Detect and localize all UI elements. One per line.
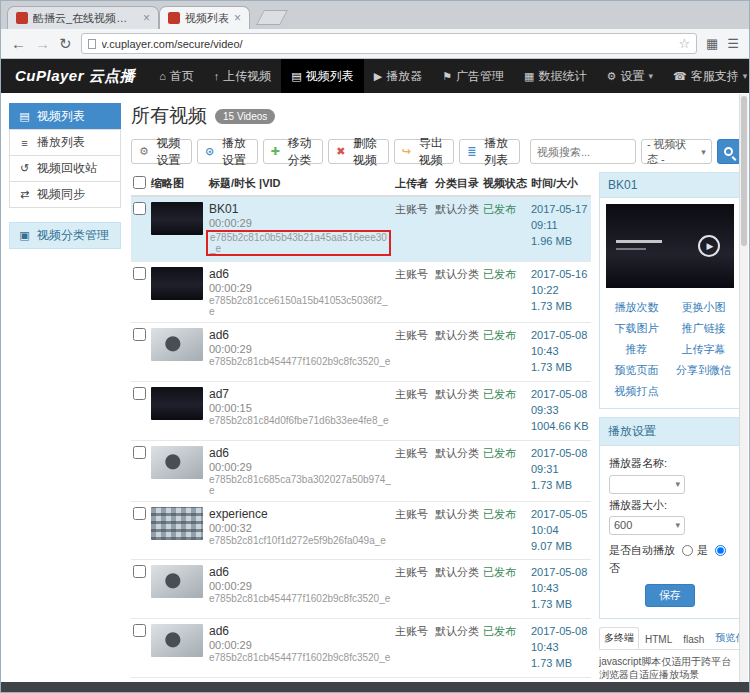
detail-panel: BK01 ▶ 播放次数更换小图下载图片推广链接推荐上传字幕预览页面分享到微信视频…	[599, 172, 741, 684]
link-upload-subtitle[interactable]: 上传字幕	[671, 342, 736, 357]
code-tab-preview-code[interactable]: 预览代码	[710, 627, 741, 649]
video-date: 2017-05-08	[531, 624, 589, 640]
brand-logo[interactable]: CuPlayer 云点播	[1, 59, 149, 93]
sidebar-item-video-recycle[interactable]: ↺视频回收站	[9, 155, 121, 182]
new-tab-button[interactable]	[256, 10, 288, 25]
row-checkbox[interactable]	[133, 267, 146, 280]
sidebar-item-label: 视频同步	[37, 186, 85, 203]
video-thumbnail[interactable]	[151, 565, 203, 598]
code-tab-multi-terminal[interactable]: 多终端	[599, 627, 639, 649]
link-video-marker[interactable]: 视频打点	[604, 384, 669, 399]
video-title[interactable]: ad6	[209, 328, 391, 342]
table-row[interactable]: BK0100:00:29e785b2c81c0b5b43b21a45aa516e…	[131, 196, 591, 262]
video-title[interactable]: experience	[209, 507, 391, 521]
search-button[interactable]	[717, 139, 741, 164]
tab-close-icon[interactable]: ×	[143, 12, 150, 24]
url-bar[interactable]: v.cuplayer.com/secure/video/ ☆	[81, 33, 697, 54]
tab-close-icon[interactable]: ×	[234, 12, 241, 24]
row-checkbox[interactable]	[133, 624, 146, 637]
browser-menu-icon[interactable]: ☰	[727, 36, 739, 51]
video-title[interactable]: ad6	[209, 624, 391, 638]
move-category-icon: ✚	[271, 145, 280, 158]
bookmark-star-icon[interactable]: ☆	[678, 36, 690, 51]
sidebar-item-playlist[interactable]: ≡播放列表	[9, 129, 121, 156]
code-tab-html[interactable]: HTML	[640, 630, 677, 649]
playlist-button[interactable]: ≣播放列表	[459, 139, 520, 164]
play-settings-button[interactable]: ⊙播放设置	[197, 139, 258, 164]
scrollbar-thumb[interactable]	[741, 96, 747, 246]
video-thumbnail[interactable]	[151, 624, 203, 657]
table-row[interactable]: ad600:00:29e785b2c81c685ca73ba302027a50b…	[131, 440, 591, 501]
table-row[interactable]: ad700:00:15e785b2c81c84d0f6fbe71d6b33ee4…	[131, 381, 591, 440]
link-download-image[interactable]: 下载图片	[604, 321, 669, 336]
video-thumbnail[interactable]	[151, 507, 203, 540]
video-settings-button[interactable]: ⚙视频设置	[131, 139, 192, 164]
nav-item-upload-video[interactable]: ↑上传视频	[204, 59, 282, 93]
link-share-wechat[interactable]: 分享到微信	[671, 363, 736, 378]
video-thumbnail[interactable]	[151, 387, 203, 420]
table-row[interactable]: ad600:00:29e785b2c81cb454477f1602b9c8fc3…	[131, 323, 591, 382]
player-size-select[interactable]: 600 ▾	[609, 516, 685, 535]
page-scrollbar[interactable]	[739, 94, 748, 682]
browser-tab-1[interactable]: 酷播云_在线视频全终端 ×	[7, 6, 159, 29]
refresh-icon[interactable]: ↻	[59, 36, 72, 51]
table-row[interactable]: ad600:00:29e785b2c81cce6150a15b41053c503…	[131, 262, 591, 323]
link-play-count[interactable]: 播放次数	[604, 300, 669, 315]
autoplay-yes-radio[interactable]	[682, 545, 693, 556]
video-thumbnail[interactable]	[151, 202, 203, 235]
move-category-button[interactable]: ✚移动分类	[263, 139, 324, 164]
video-date: 2017-05-08	[531, 565, 589, 581]
video-title[interactable]: ad6	[209, 267, 391, 281]
nav-item-player[interactable]: ▶播放器	[364, 59, 432, 93]
support-menu[interactable]: ☎ 客服支持 ▾	[663, 59, 750, 93]
video-thumbnail[interactable]	[151, 267, 203, 300]
video-title[interactable]: ad6	[209, 446, 391, 460]
save-button[interactable]: 保存	[645, 584, 695, 607]
link-recommend[interactable]: 推荐	[604, 342, 669, 357]
back-icon[interactable]: ←	[11, 36, 26, 51]
extensions-icon[interactable]: ▦	[706, 36, 718, 51]
autoplay-no-radio[interactable]	[715, 545, 726, 556]
nav-item-home[interactable]: ⌂首页	[149, 59, 204, 93]
row-checkbox[interactable]	[133, 507, 146, 520]
forward-icon[interactable]: →	[35, 36, 50, 51]
link-change-thumb[interactable]: 更换小图	[671, 300, 736, 315]
video-status: 已发布	[481, 196, 529, 262]
sidebar: ▤视频列表≡播放列表↺视频回收站⇄视频同步▣视频分类管理	[9, 103, 121, 684]
video-title[interactable]: BK01	[209, 202, 391, 216]
sidebar-item-video-sync[interactable]: ⇄视频同步	[9, 181, 121, 208]
row-checkbox[interactable]	[133, 565, 146, 578]
table-row[interactable]: experience00:00:32e785b2c81cf10f1d272e5f…	[131, 501, 591, 560]
table-row[interactable]: ad600:00:29e785b2c81cb454477f1602b9c8fc3…	[131, 560, 591, 619]
table-row[interactable]: ad600:00:29e785b2c81cb454477f1602b9c8fc3…	[131, 619, 591, 678]
search-input[interactable]	[530, 139, 636, 164]
link-promo-link[interactable]: 推广链接	[671, 321, 736, 336]
delete-video-button[interactable]: ✖删除视频	[328, 139, 389, 164]
video-status: 已发布	[481, 381, 529, 440]
row-checkbox[interactable]	[133, 446, 146, 459]
play-icon[interactable]: ▶	[698, 235, 720, 257]
row-checkbox[interactable]	[133, 202, 146, 215]
export-video-button[interactable]: ↪导出视频	[394, 139, 455, 164]
sidebar-item-video-category-manage[interactable]: ▣视频分类管理	[9, 222, 121, 249]
code-tab-flash[interactable]: flash	[678, 630, 709, 649]
select-all-checkbox[interactable]	[133, 176, 146, 189]
player-name-select[interactable]: ▾	[609, 475, 685, 494]
browser-tab-2[interactable]: 视频列表 ×	[159, 6, 250, 29]
video-preview[interactable]: ▶	[606, 204, 734, 288]
link-preview-page[interactable]: 预览页面	[604, 363, 669, 378]
row-checkbox[interactable]	[133, 387, 146, 400]
video-thumbnail[interactable]	[151, 328, 203, 361]
nav-item-ad-manage[interactable]: ⚑广告管理	[432, 59, 514, 93]
video-duration: 00:00:29	[209, 343, 391, 355]
settings-menu[interactable]: ⚙ 设置 ▾	[597, 59, 663, 93]
video-title[interactable]: ad6	[209, 565, 391, 579]
video-status-select[interactable]: - 视频状态 - ▾	[641, 139, 712, 164]
video-title[interactable]: ad7	[209, 387, 391, 401]
video-thumbnail[interactable]	[151, 446, 203, 479]
row-checkbox[interactable]	[133, 328, 146, 341]
ad-manage-icon: ⚑	[442, 70, 452, 83]
sidebar-item-video-list[interactable]: ▤视频列表	[9, 103, 121, 130]
nav-item-video-list[interactable]: ▤视频列表	[281, 59, 363, 93]
nav-item-statistics[interactable]: ▦数据统计	[514, 59, 596, 93]
